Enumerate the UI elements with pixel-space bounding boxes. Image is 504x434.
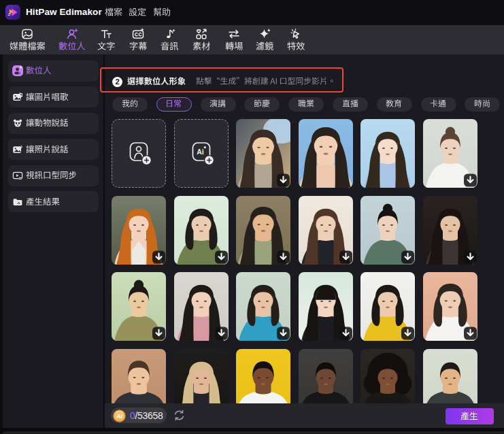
svg-text:AI: AI: [116, 412, 122, 419]
svg-text:Ai: Ai: [197, 148, 204, 156]
